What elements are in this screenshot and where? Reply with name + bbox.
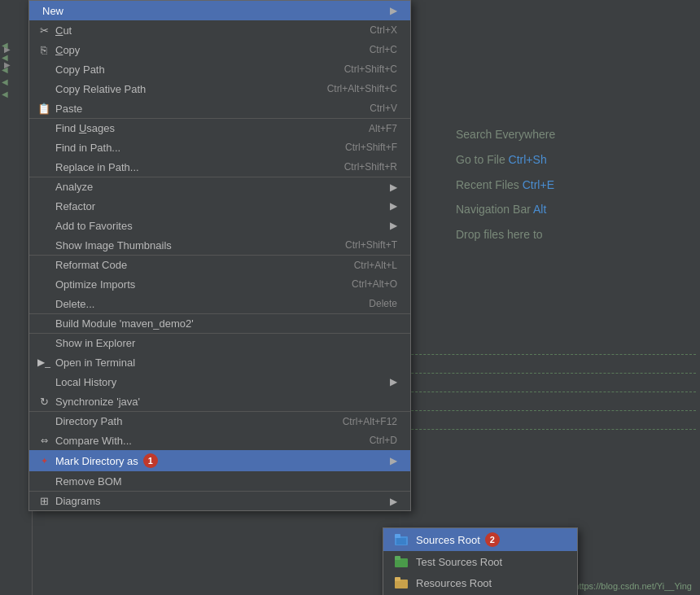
menu-item-local-history[interactable]: Local History ▶ [29, 372, 410, 392]
submenu-arrow-new: ▶ [390, 5, 397, 16]
resources-root-icon [393, 576, 409, 589]
menu-label-synchronize: Synchronize 'java' [55, 396, 140, 408]
menu-label-mark-directory: Mark Directory as [55, 455, 138, 467]
menu-item-analyze[interactable]: Analyze ▶ [29, 177, 410, 196]
log-line: NFO: [387, 373, 696, 392]
log-line: NFO: [387, 410, 696, 429]
menu-label-replace-path: Replace in Path... [55, 161, 139, 173]
shortcut-cut: Ctrl+X [370, 24, 397, 36]
compare-icon: ⇔ [36, 435, 52, 446]
menu-label-optimize: Optimize Imports [55, 278, 135, 291]
submenu-item-test-sources-root[interactable]: Test Sources Root [383, 551, 577, 572]
log-line: NFO: [387, 429, 696, 448]
shortcut-find-usages: Alt+F7 [369, 123, 397, 134]
svg-rect-6 [395, 577, 400, 581]
copy-icon: ⎘ [36, 44, 52, 56]
shortcut-copy-relative-path: Ctrl+Alt+Shift+C [327, 83, 397, 94]
log-area: NFO: NFO: NFO: NFO: NFO: [383, 350, 700, 452]
arrow-favorites: ▶ [390, 220, 397, 231]
menu-label-cut: Cut [55, 24, 72, 37]
shortcut-delete: Delete [369, 298, 397, 309]
submenu-label-test-sources-root: Test Sources Root [416, 556, 502, 568]
svg-rect-2 [396, 538, 406, 545]
menu-item-build[interactable]: Build Module 'maven_demo2' [29, 313, 410, 333]
menu-item-new[interactable]: New ▶ [29, 1, 410, 20]
hint-drop: Drop files here to [456, 222, 684, 247]
menu-item-mark-directory[interactable]: ✦ Mark Directory as 1 ▶ [29, 450, 410, 471]
shortcut-thumbnails: Ctrl+Shift+T [345, 239, 397, 251]
menu-item-paste[interactable]: 📋 Paste Ctrl+V [29, 98, 410, 118]
hint-search: Search Everywhere [456, 122, 684, 147]
menu-item-remove-bom[interactable]: Remove BOM [29, 471, 410, 491]
log-line: NFO: [387, 392, 696, 410]
badge-mark-directory: 1 [143, 453, 158, 468]
menu-item-delete[interactable]: Delete... Delete [29, 294, 410, 313]
menu-label-paste: Paste [55, 103, 82, 115]
menu-item-directory-path[interactable]: Directory Path Ctrl+Alt+F12 [29, 411, 410, 431]
menu-item-compare[interactable]: ⇔ Compare With... Ctrl+D [29, 431, 410, 450]
submenu-item-resources-root[interactable]: Resources Root [383, 572, 577, 593]
cut-icon: ✂ [36, 24, 52, 37]
menu-label-diagrams: Diagrams [55, 495, 101, 507]
menu-label-reformat: Reformat Code [55, 259, 127, 271]
menu-label-new: New [42, 5, 63, 17]
menu-label-add-favorites: Add to Favorites [55, 220, 133, 232]
menu-item-cut[interactable]: ✂ Cut Ctrl+X [29, 20, 410, 40]
shortcut-compare: Ctrl+D [370, 435, 397, 446]
diagrams-icon: ⊞ [36, 495, 52, 507]
shortcut-directory-path: Ctrl+Alt+F12 [343, 416, 397, 427]
shortcut-paste: Ctrl+V [370, 103, 397, 114]
shortcut-replace-path: Ctrl+Shift+R [344, 161, 397, 173]
badge-sources-root: 2 [485, 532, 500, 547]
menu-label-remove-bom: Remove BOM [55, 475, 122, 488]
menu-label-local-history: Local History [55, 376, 116, 388]
shortcut-reformat: Ctrl+Alt+L [354, 260, 397, 271]
menu-label-compare: Compare With... [55, 435, 132, 447]
menu-item-find-usages[interactable]: Find Usages Alt+F7 [29, 118, 410, 138]
svg-rect-1 [395, 534, 400, 538]
menu-label-build: Build Module 'maven_demo2' [55, 317, 194, 330]
menu-label-directory-path: Directory Path [55, 415, 122, 427]
menu-label-find-path: Find in Path... [55, 142, 120, 154]
menu-label-delete: Delete... [55, 298, 94, 310]
hint-goto: Go to File Ctrl+Sh [456, 147, 684, 173]
arrow-analyze: ▶ [390, 182, 397, 193]
arrow-diagrams: ▶ [390, 496, 397, 507]
mark-directory-icon: ✦ [36, 456, 52, 466]
menu-label-show-thumbnails: Show Image Thumbnails [55, 239, 172, 252]
sync-icon: ↻ [36, 396, 52, 408]
test-sources-root-icon [393, 555, 409, 568]
menu-item-copy[interactable]: ⎘ Copy Ctrl+C [29, 40, 410, 59]
menu-item-synchronize[interactable]: ↻ Synchronize 'java' [29, 392, 410, 411]
menu-label-copy: Copy [55, 44, 80, 56]
log-line: NFO: [387, 354, 696, 373]
shortcut-optimize: Ctrl+Alt+O [352, 278, 397, 290]
menu-item-add-favorites[interactable]: Add to Favorites ▶ [29, 216, 410, 235]
terminal-icon: ▶_ [36, 357, 52, 368]
hint-nav: Navigation Bar Alt [456, 197, 684, 222]
arrow-local-history: ▶ [390, 376, 397, 387]
menu-item-show-thumbnails[interactable]: Show Image Thumbnails Ctrl+Shift+T [29, 235, 410, 255]
submenu-label-resources-root: Resources Root [416, 577, 492, 589]
menu-item-refactor[interactable]: Refactor ▶ [29, 196, 410, 216]
menu-item-optimize[interactable]: Optimize Imports Ctrl+Alt+O [29, 274, 410, 294]
menu-item-diagrams[interactable]: ⊞ Diagrams ▶ [29, 491, 410, 510]
menu-label-copy-path: Copy Path [55, 63, 105, 76]
menu-item-copy-path[interactable]: Copy Path Ctrl+Shift+C [29, 59, 410, 79]
arrow-mark-directory: ▶ [390, 455, 397, 466]
menu-item-replace-path[interactable]: Replace in Path... Ctrl+Shift+R [29, 157, 410, 177]
menu-label-analyze: Analyze [55, 181, 93, 193]
hint-recent: Recent Files Ctrl+E [456, 173, 684, 198]
menu-item-find-path[interactable]: Find in Path... Ctrl+Shift+F [29, 138, 410, 157]
shortcut-find-path: Ctrl+Shift+F [345, 142, 397, 153]
arrow-refactor: ▶ [390, 200, 397, 212]
menu-label-open-terminal: Open in Terminal [55, 357, 135, 369]
submenu-item-sources-root[interactable]: Sources Root 2 [383, 528, 577, 551]
context-menu: New ▶ ✂ Cut Ctrl+X ⎘ Copy Ctrl+C Copy Pa… [28, 0, 411, 511]
menu-label-refactor: Refactor [55, 200, 95, 212]
menu-item-open-terminal[interactable]: ▶_ Open in Terminal [29, 352, 410, 372]
hint-area: Search Everywhere Go to File Ctrl+Sh Rec… [440, 114, 700, 256]
menu-item-reformat[interactable]: Reformat Code Ctrl+Alt+L [29, 255, 410, 274]
menu-item-copy-relative-path[interactable]: Copy Relative Path Ctrl+Alt+Shift+C [29, 79, 410, 98]
menu-item-show-explorer[interactable]: Show in Explorer [29, 333, 410, 352]
